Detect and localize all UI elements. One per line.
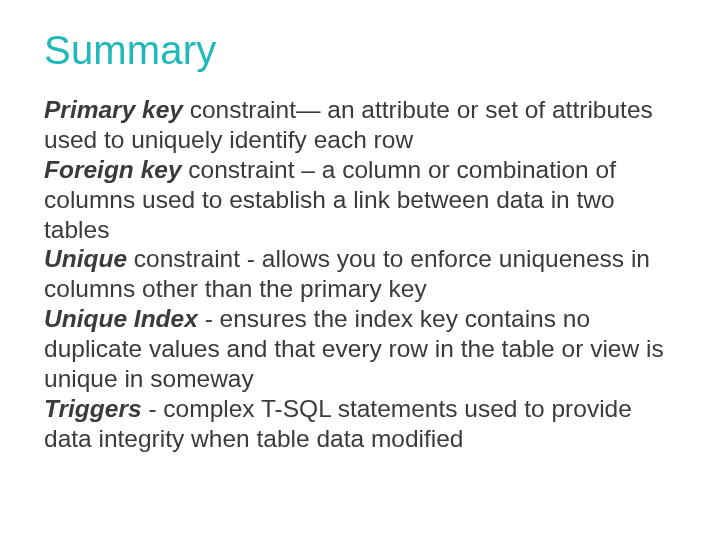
- term-unique-constraint: Unique: [44, 245, 127, 272]
- slide-body: Primary key constraint— an attribute or …: [44, 95, 676, 454]
- definition-foreign-key: Foreign key constraint – a column or com…: [44, 155, 676, 245]
- definition-unique-constraint: Unique constraint - allows you to enforc…: [44, 244, 676, 304]
- term-triggers: Triggers: [44, 395, 142, 422]
- slide-title: Summary: [44, 28, 676, 73]
- desc-unique-constraint: constraint - allows you to enforce uniqu…: [44, 245, 650, 302]
- slide: Summary Primary key constraint— an attri…: [0, 0, 720, 540]
- term-foreign-key: Foreign key: [44, 156, 182, 183]
- term-unique-index: Unique Index: [44, 305, 198, 332]
- term-primary-key: Primary key: [44, 96, 183, 123]
- definition-unique-index: Unique Index - ensures the index key con…: [44, 304, 676, 394]
- definition-primary-key: Primary key constraint— an attribute or …: [44, 95, 676, 155]
- definition-triggers: Triggers - complex T-SQL statements used…: [44, 394, 676, 454]
